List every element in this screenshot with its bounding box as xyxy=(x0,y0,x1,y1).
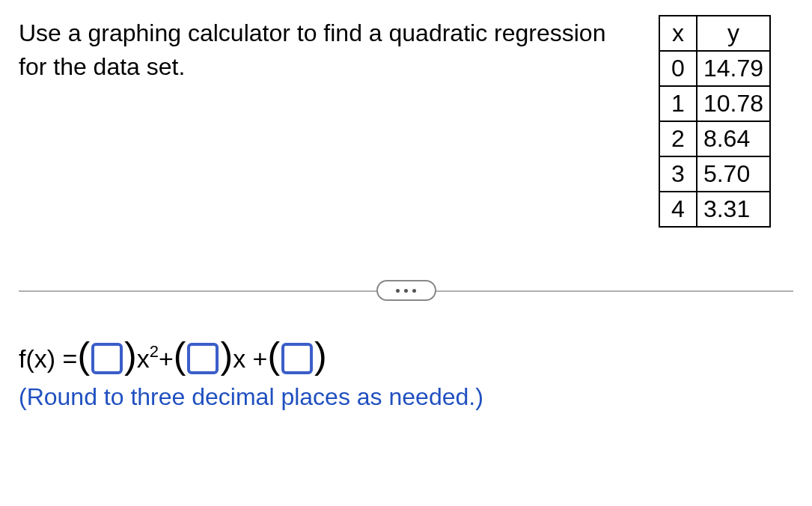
coefficient-c-input[interactable] xyxy=(281,343,313,374)
dot-icon xyxy=(412,289,416,293)
section-divider xyxy=(19,280,793,302)
data-table: x y 0 14.79 1 10.78 2 8.64 3 5.70 4 3.31 xyxy=(659,15,771,228)
cell-x: 2 xyxy=(659,121,697,156)
table-header-row: x y xyxy=(659,16,770,51)
plus-sign: + xyxy=(159,344,174,374)
open-paren-icon: ( xyxy=(174,337,186,374)
expand-button[interactable] xyxy=(376,280,436,301)
close-paren-icon: ) xyxy=(124,337,137,374)
dot-icon xyxy=(396,289,400,293)
cell-y: 5.70 xyxy=(697,156,770,192)
table-row: 1 10.78 xyxy=(659,86,770,121)
table-row: 4 3.31 xyxy=(659,192,770,227)
cell-x: 4 xyxy=(659,192,697,227)
table-row: 0 14.79 xyxy=(659,51,770,86)
equation-line: f(x) = ( ) x2 + ( ) x + ( ) xyxy=(19,340,793,377)
problem-prompt: Use a graphing calculator to find a quad… xyxy=(19,15,629,84)
cell-x: 1 xyxy=(659,86,697,121)
rounding-hint: (Round to three decimal places as needed… xyxy=(19,383,793,411)
close-paren-icon: ) xyxy=(220,337,233,374)
open-paren-icon: ( xyxy=(267,337,280,374)
cell-y: 14.79 xyxy=(697,51,770,86)
header-x: x xyxy=(659,16,697,51)
close-paren-icon: ) xyxy=(314,337,327,374)
cell-x: 0 xyxy=(659,51,697,86)
cell-y: 10.78 xyxy=(697,86,770,121)
coefficient-b-input[interactable] xyxy=(187,343,219,374)
x-plus: x + xyxy=(233,344,267,374)
table-row: 2 8.64 xyxy=(659,121,770,156)
equation-lhs: f(x) = xyxy=(19,344,77,374)
x-squared: x2 xyxy=(137,344,159,374)
cell-x: 3 xyxy=(659,156,697,192)
cell-y: 8.64 xyxy=(697,121,770,156)
cell-y: 3.31 xyxy=(697,192,770,227)
open-paren-icon: ( xyxy=(77,337,90,374)
header-y: y xyxy=(697,16,770,51)
coefficient-a-input[interactable] xyxy=(91,343,123,374)
table-row: 3 5.70 xyxy=(659,156,770,192)
dot-icon xyxy=(404,289,408,293)
